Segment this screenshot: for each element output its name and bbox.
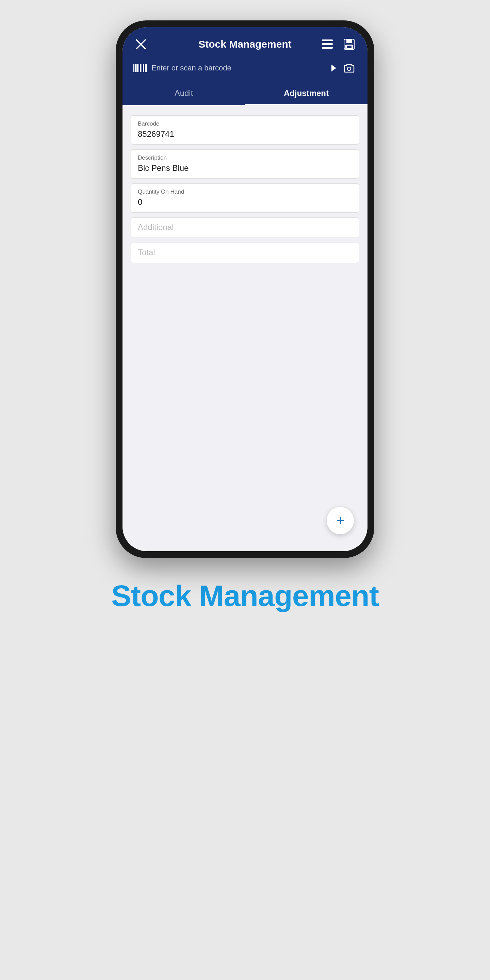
svg-rect-4: [322, 47, 333, 49]
tab-bar: Audit Adjustment: [123, 82, 368, 105]
svg-point-9: [347, 67, 351, 70]
description-label: Description: [138, 154, 352, 161]
quantity-field[interactable]: Quantity On Hand 0: [130, 183, 360, 213]
add-fab-button[interactable]: +: [327, 507, 354, 534]
barcode-label: Barcode: [138, 121, 352, 127]
quantity-value: 0: [138, 197, 142, 207]
list-icon[interactable]: [320, 37, 335, 52]
description-value: Bic Pens Blue: [138, 163, 189, 172]
barcode-action-icons: [331, 60, 356, 76]
close-button[interactable]: [134, 37, 148, 52]
camera-icon[interactable]: [342, 60, 356, 76]
total-field[interactable]: Total: [130, 243, 360, 263]
phone-device: Stock Management: [116, 21, 374, 558]
app-header: Stock Management: [123, 27, 368, 58]
quantity-label: Quantity On Hand: [138, 189, 352, 195]
total-placeholder: Total: [138, 248, 155, 257]
back-icon[interactable]: [331, 65, 336, 72]
form-content: Barcode 85269741 Description Bic Pens Bl…: [123, 105, 368, 551]
svg-rect-3: [322, 43, 333, 45]
barcode-value: 85269741: [138, 129, 174, 138]
barcode-input-placeholder: Enter or scan a barcode: [151, 64, 231, 73]
description-field[interactable]: Description Bic Pens Blue: [130, 150, 360, 179]
svg-rect-6: [347, 39, 352, 43]
header-left: [134, 37, 148, 52]
app-title-label: Stock Management: [111, 579, 379, 613]
tab-adjustment[interactable]: Adjustment: [245, 82, 368, 105]
barcode-input-area[interactable]: Enter or scan a barcode: [134, 64, 331, 73]
add-icon: +: [336, 514, 345, 528]
barcode-icon: [134, 64, 147, 72]
page-title: Stock Management: [198, 38, 291, 50]
svg-rect-8: [347, 46, 352, 48]
barcode-search-bar: Enter or scan a barcode: [123, 58, 368, 82]
additional-placeholder: Additional: [138, 223, 173, 232]
header-right-icons: [320, 37, 356, 52]
additional-field[interactable]: Additional: [130, 218, 360, 238]
phone-screen: Stock Management: [123, 27, 368, 551]
svg-rect-2: [322, 40, 333, 41]
barcode-field[interactable]: Barcode 85269741: [130, 115, 360, 145]
tab-audit[interactable]: Audit: [123, 82, 245, 105]
save-icon[interactable]: [342, 37, 356, 52]
